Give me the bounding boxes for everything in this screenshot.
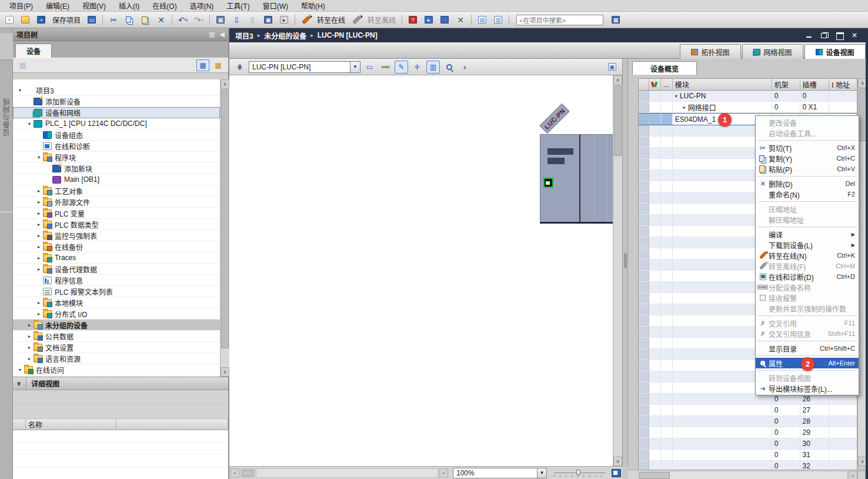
- rack-cell[interactable]: 0: [772, 427, 800, 438]
- save-project-icon[interactable]: ▪: [34, 14, 48, 26]
- tree-expander-icon[interactable]: ▸: [26, 322, 33, 328]
- row-gutter[interactable]: [639, 170, 649, 181]
- row-gutter[interactable]: [639, 237, 649, 248]
- rack-cell[interactable]: 0: [772, 91, 800, 101]
- module-cell[interactable]: [673, 427, 772, 438]
- head-module[interactable]: [540, 135, 580, 222]
- new-project-icon[interactable]: +: [2, 14, 16, 26]
- tree-item[interactable]: ▸Traces: [13, 252, 220, 264]
- go-online-icon[interactable]: [299, 14, 313, 26]
- row-gutter[interactable]: [639, 360, 649, 371]
- left-rail-tab[interactable]: [0, 33, 13, 60]
- tree-item[interactable]: ▸PLC 变量: [13, 208, 220, 219]
- tree-item[interactable]: Main [OB1]: [13, 174, 220, 185]
- menubar-item[interactable]: 视图(V): [76, 0, 112, 12]
- menu-item[interactable]: ✕删除(D)Del: [756, 178, 859, 189]
- chevron-down-icon[interactable]: ▼: [350, 62, 360, 72]
- copy-icon[interactable]: [122, 14, 136, 26]
- ethernet-port-icon[interactable]: [543, 178, 553, 188]
- address-cell[interactable]: [829, 416, 857, 427]
- zoom-icon[interactable]: [442, 61, 456, 74]
- refresh-tree-icon[interactable]: ▦: [212, 59, 225, 71]
- menu-item[interactable]: ✂剪切(T)Ctrl+X: [756, 142, 859, 153]
- module-status-icon[interactable]: [649, 79, 661, 90]
- tree-item[interactable]: 添加新块: [13, 163, 220, 174]
- row-gutter[interactable]: [639, 304, 649, 315]
- tree-expander-icon[interactable]: ▸: [35, 244, 42, 250]
- row-gutter[interactable]: [639, 114, 649, 125]
- menubar-item[interactable]: 在线(O): [146, 0, 182, 12]
- crosshair-icon[interactable]: ✛: [410, 61, 424, 74]
- row-gutter[interactable]: [639, 248, 649, 259]
- scroll-down-icon[interactable]: ∨: [221, 367, 229, 377]
- tree-item[interactable]: ▾在线访问: [13, 364, 220, 375]
- fit-to-window-icon[interactable]: [612, 469, 621, 477]
- tree-expander-icon[interactable]: ▸: [26, 356, 33, 361]
- menubar-item[interactable]: 项目(P): [4, 0, 39, 12]
- print-icon[interactable]: ▭: [85, 14, 99, 26]
- tree-item[interactable]: 在线和诊断: [13, 141, 220, 152]
- tree-expander-icon[interactable]: ▸: [35, 188, 42, 194]
- menu-item[interactable]: 粘贴(P)Ctrl+V: [756, 164, 859, 174]
- slot-cell[interactable]: 30: [800, 438, 830, 449]
- tab-device-overview[interactable]: 设备概览: [632, 61, 697, 75]
- tree-item[interactable]: 设备和网络: [13, 107, 220, 118]
- save-project-label[interactable]: 保存项目: [52, 15, 81, 25]
- tree-expander-icon[interactable]: ▸: [35, 211, 42, 216]
- rack-cell[interactable]: 0: [772, 102, 800, 112]
- pin-panel-icon[interactable]: ▥: [209, 31, 215, 38]
- module-cell[interactable]: [673, 438, 772, 449]
- go-offline-label[interactable]: 转至离线: [368, 15, 396, 25]
- slot-cell[interactable]: 31: [800, 450, 830, 460]
- module-cell[interactable]: ▸网络接口: [673, 102, 772, 112]
- tree-expander-icon[interactable]: ▾: [16, 367, 24, 372]
- tree-expander-icon[interactable]: ▾: [26, 121, 33, 127]
- scrollbar-handle[interactable]: [241, 468, 255, 478]
- split-editor-vertical-icon[interactable]: ▥: [491, 14, 505, 26]
- tree-item[interactable]: ▸分布式 I/O: [13, 308, 220, 320]
- row-gutter[interactable]: [639, 382, 649, 393]
- redo-icon[interactable]: ↷±: [192, 14, 206, 26]
- row-gutter[interactable]: [639, 371, 649, 382]
- row-gutter[interactable]: [639, 315, 649, 326]
- menu-item[interactable]: 重命名(N)F2: [756, 189, 859, 199]
- table-row[interactable]: 028: [639, 416, 857, 427]
- pane-splitter[interactable]: [622, 59, 628, 466]
- menu-item[interactable]: 下载到设备(L)▶: [756, 239, 859, 250]
- device-view-canvas[interactable]: LUC-PN DP-NORM: [229, 75, 613, 466]
- row-gutter[interactable]: [639, 282, 649, 292]
- rack-cell[interactable]: 0: [772, 405, 800, 415]
- go-offline-icon[interactable]: [349, 14, 363, 26]
- row-gutter[interactable]: [639, 125, 649, 136]
- row-gutter[interactable]: [639, 137, 649, 147]
- table-row[interactable]: ▸网络接口00 X1: [639, 102, 857, 113]
- table-row[interactable]: ▾LUC-PN00: [639, 91, 857, 102]
- menu-item[interactable]: 转至在线(N)Ctrl+K: [756, 250, 859, 261]
- detail-view-name-column[interactable]: 名称: [26, 419, 116, 430]
- show-device-info-icon[interactable]: ▦: [213, 14, 228, 26]
- show-pane-columns-icon[interactable]: ▥: [426, 61, 440, 74]
- menu-item[interactable]: 复制(Y)Ctrl+C: [756, 153, 859, 164]
- tree-expander-icon[interactable]: ▾: [16, 88, 24, 93]
- tree-item[interactable]: ▸PLC 数据类型: [13, 219, 220, 230]
- undo-icon[interactable]: ↶±: [176, 14, 190, 26]
- table-row[interactable]: 029: [639, 427, 857, 438]
- tree-item[interactable]: ▸文档设置: [13, 342, 220, 353]
- scroll-up-icon[interactable]: ∧: [221, 79, 229, 89]
- zoom-level-select[interactable]: 100% ▼: [453, 468, 547, 478]
- stop-cpu-icon[interactable]: ▪: [438, 14, 452, 26]
- row-expander-icon[interactable]: ▾: [675, 94, 677, 99]
- menu-item[interactable]: 显示目录Ctrl+Shift+C: [756, 343, 859, 354]
- row-gutter[interactable]: [639, 204, 649, 214]
- row-gutter[interactable]: [639, 159, 649, 169]
- download-to-device-icon[interactable]: ⇩: [229, 14, 243, 26]
- column-rack[interactable]: 机架: [772, 79, 800, 90]
- row-gutter[interactable]: [639, 293, 649, 304]
- device-rack[interactable]: DP-NORM: [540, 134, 613, 224]
- row-expander-icon[interactable]: ▸: [683, 105, 686, 110]
- upload-from-device-icon[interactable]: ⇧: [245, 14, 259, 26]
- minimize-button[interactable]: [806, 32, 813, 38]
- module-cell[interactable]: [673, 416, 772, 427]
- accessible-devices-icon[interactable]: ▣: [261, 14, 275, 26]
- tree-item[interactable]: ▾PLC_1 [CPU 1214C DC/DC/DC]: [13, 118, 220, 129]
